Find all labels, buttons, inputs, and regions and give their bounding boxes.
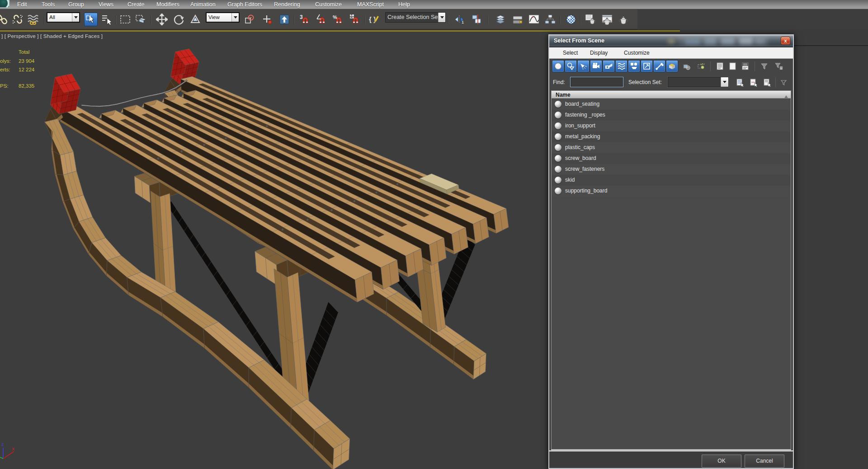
display-space-warps-toggle[interactable] <box>615 60 627 72</box>
display-geometry-toggle[interactable] <box>552 60 564 72</box>
menu-edit[interactable]: Edit <box>13 0 32 9</box>
object-sphere-icon <box>555 144 561 151</box>
blurred-titlebar-content <box>668 39 675 43</box>
filter-combinations-icon[interactable] <box>773 60 785 72</box>
list-item[interactable]: plastic_caps <box>552 142 791 153</box>
menu-graph-editors[interactable]: Graph Editors <box>223 0 267 9</box>
dialog-menu-customize[interactable]: Customize <box>624 47 650 56</box>
close-icon[interactable]: x <box>781 37 790 45</box>
align-icon[interactable] <box>470 13 484 26</box>
display-none-button[interactable] <box>726 60 739 72</box>
mirror-icon[interactable]: 1 <box>453 13 467 26</box>
menu-animation[interactable]: Animation <box>186 0 220 9</box>
display-shapes-toggle[interactable] <box>565 60 577 72</box>
name-column-header[interactable]: Name <box>552 91 791 98</box>
menu-customize[interactable]: Customize <box>311 0 346 9</box>
list-filter-icon[interactable] <box>778 76 789 88</box>
menu-tools[interactable]: Tools <box>37 0 59 9</box>
object-sphere-icon <box>555 101 561 108</box>
list-item[interactable]: iron_support <box>552 121 791 131</box>
ss-add-button[interactable] <box>734 76 745 88</box>
dropdown-arrow-icon[interactable] <box>231 13 239 22</box>
dialog-title-bar[interactable]: Select From Scene x <box>549 35 793 47</box>
select-and-rotate-icon[interactable] <box>172 13 185 26</box>
select-and-manipulate-icon[interactable] <box>260 13 274 26</box>
window-crossing-icon[interactable] <box>134 13 147 26</box>
rendered-frame-icon[interactable] <box>600 13 614 26</box>
find-input[interactable] <box>570 77 623 87</box>
list-item[interactable]: fastening _ropes <box>552 110 791 121</box>
use-pivot-center-icon[interactable] <box>243 13 256 26</box>
list-item[interactable]: screw_fasteners <box>552 164 791 175</box>
render-production-icon[interactable] <box>617 13 630 26</box>
ss-sel-button[interactable] <box>761 76 773 88</box>
filter-icon[interactable] <box>758 60 770 72</box>
dropdown-arrow-icon[interactable] <box>438 13 445 22</box>
ribbon-toggle-icon[interactable] <box>511 13 524 26</box>
axis-z-label: z <box>1 441 4 447</box>
layer-manager-icon[interactable] <box>494 13 507 26</box>
display-invert-button[interactable] <box>739 60 751 72</box>
display-all-button[interactable] <box>714 60 726 72</box>
display-bones-toggle[interactable] <box>653 60 665 72</box>
ss-sub-button[interactable] <box>747 76 759 88</box>
display-cameras-toggle[interactable] <box>590 60 602 72</box>
curve-editor-icon[interactable] <box>527 13 541 26</box>
toolbar-separator <box>710 61 711 71</box>
menu-modifiers[interactable]: Modifiers <box>152 0 184 9</box>
list-item[interactable]: metal_packing <box>552 131 791 142</box>
display-frozen-toggle[interactable] <box>680 60 693 72</box>
selection-set-label: Selection Set: <box>628 79 662 85</box>
rect-selection-region-icon[interactable] <box>118 13 132 26</box>
display-containers-toggle[interactable] <box>666 60 678 72</box>
select-and-link-icon[interactable] <box>0 13 9 26</box>
list-item[interactable]: skid <box>552 175 791 186</box>
snap-angle-icon[interactable] <box>315 13 329 26</box>
dialog-menu-display[interactable]: Display <box>590 47 608 56</box>
display-xrefs-toggle[interactable] <box>641 60 653 72</box>
menu-create[interactable]: Create <box>123 0 149 9</box>
keyboard-override-icon[interactable] <box>278 13 291 26</box>
dropdown-arrow-icon[interactable] <box>72 13 79 22</box>
unlink-selection-icon[interactable] <box>11 13 25 26</box>
cancel-button[interactable]: Cancel <box>745 455 784 468</box>
select-and-scale-icon[interactable] <box>189 13 202 26</box>
schematic-view-icon[interactable] <box>543 13 557 26</box>
app-logo-icon[interactable] <box>0 0 9 8</box>
display-helpers-toggle[interactable] <box>603 60 615 72</box>
list-item[interactable]: supporting_board <box>552 186 791 197</box>
named-selection-sets-icon[interactable]: { } <box>368 13 381 26</box>
dropdown-arrow-icon[interactable] <box>721 77 728 87</box>
menu-help[interactable]: Help <box>394 0 415 9</box>
selection-set-combobox[interactable] <box>668 77 729 87</box>
menu-views[interactable]: Views <box>94 0 118 9</box>
svg-text:1: 1 <box>462 20 464 24</box>
snap-spinner-icon[interactable] <box>349 13 362 26</box>
material-editor-icon[interactable] <box>564 13 578 26</box>
list-item[interactable]: screw_board <box>552 153 791 164</box>
ok-button[interactable]: OK <box>702 455 741 468</box>
display-lights-toggle[interactable] <box>577 60 590 72</box>
reference-coordinate-dropdown[interactable]: View <box>206 12 240 23</box>
display-groups-toggle[interactable] <box>628 60 640 72</box>
object-sphere-icon <box>555 133 561 140</box>
select-object-icon[interactable] <box>84 13 98 26</box>
list-item[interactable]: board_seating <box>552 99 791 110</box>
menu-maxscript[interactable]: MAXScript <box>353 0 388 9</box>
dialog-menu-select[interactable]: Select <box>563 47 578 56</box>
axis-x-label: x <box>12 446 15 451</box>
display-hidden-toggle[interactable] <box>695 60 707 72</box>
dialog-find-row: Find: Selection Set: <box>549 75 793 89</box>
named-selection-set-combobox[interactable]: Create Selection Set <box>385 12 446 23</box>
bind-to-space-warp-icon[interactable] <box>26 13 40 26</box>
render-setup-icon[interactable] <box>584 13 598 26</box>
menu-rendering[interactable]: Rendering <box>269 0 305 9</box>
menu-group[interactable]: Group <box>64 0 89 9</box>
viewport-label[interactable]: ] [ Perspective ] [ Shaded + Edged Faces… <box>1 33 103 39</box>
select-and-move-icon[interactable] <box>155 13 169 26</box>
select-by-name-icon[interactable] <box>100 13 113 26</box>
selection-filter-dropdown[interactable]: All <box>47 12 80 23</box>
snap-3d-icon[interactable]: 3 <box>298 13 312 26</box>
snap-percent-icon[interactable]: % <box>332 13 345 26</box>
stats-verts-value: 12 224 <box>19 67 34 72</box>
